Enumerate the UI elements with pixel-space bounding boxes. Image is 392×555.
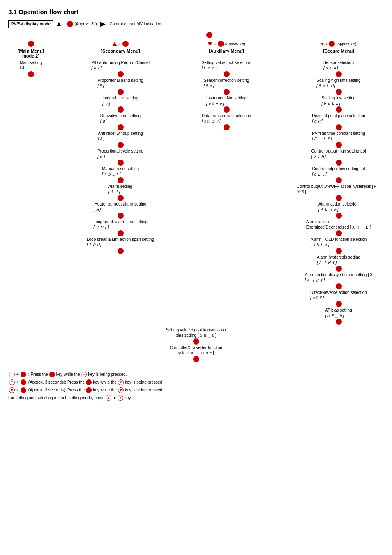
sec-item-11-label: Loop break alarm action span setting[ｌＰＨ… [85,237,155,247]
sec-menu-circle-6 [295,160,382,166]
aux-item-1-label: Setting value lock selection[Ｌｏｃ ] [201,60,253,71]
sec-item-10-label: Loop break alarm time setting[ ｌＰＦ] [92,219,149,230]
sec-menu-item-2: Scaling high limit setting[５ｃＬＨ] [315,78,362,88]
note2-circle [21,379,26,385]
secure-menu-header: [Secure Menu] [295,49,382,58]
sec-menu-item-5-label: PV filter time constant setting[Ｆ ＩＬＦ] [311,131,367,141]
note2-plus: + [16,379,19,386]
notes-section: ▲ + : Press the key while the ▲ key is b… [8,369,384,401]
sec-item-10: Loop break alarm time setting[ ｌＰＦ] [92,219,149,230]
auxiliary-combo: + (Approx. 3s) [208,41,245,47]
sec-menu-item-14-label: Direct/Reverse action selection[ｃｏ̄Ｆ] [309,290,368,301]
sec-item-9: Heater burnout alarm setting[Ｈ] [93,201,148,212]
rc-sec-menu-9 [336,213,342,219]
arrow-right-top: ▶ [100,19,106,28]
menu-headers-row: [Main Menu]mode 2] [Secondary Menu] [Aux… [8,49,384,58]
plus-secure: + [325,42,327,46]
page-title: 3.1 Operation flow chart [8,8,384,15]
sec-menu-circle-1 [295,71,382,77]
sec-menu-circle-3 [295,106,382,113]
sec-circle-2 [83,89,157,95]
note3-approx: (Approx. 3 seconds): Press the [28,387,85,393]
rc-aux-2 [224,89,230,95]
aux-circle-3 [189,106,263,113]
sec-menu-item-3: Scaling low setting[５ｃＬＬ] [321,95,357,106]
rc-sec-1 [118,71,124,77]
note1-plus: + [16,371,19,378]
note2-circle2 [86,379,92,385]
rc-sec-11 [118,248,124,254]
note-4: For setting and selecting in each settin… [8,395,384,401]
rc-sec-menu-6 [336,160,342,166]
bottom-item-1-label: Setting value digital transmissionbias s… [165,327,227,338]
sec-menu-item-2-label: Scaling high limit setting[５ｃＬＨ] [315,78,362,88]
note-2: ▼ + (Approx. 3 seconds): Press the key w… [8,379,384,386]
top-center-circle [35,32,384,38]
sec-item-1-label: PID auto-tuning Perform/Cancel[Ａｒ] [90,60,151,71]
sec-menu-circle-11 [295,248,382,254]
rc-sec-4 [118,124,124,130]
sec-item-6: Proportional cycle setting[ｃ ] [96,148,145,159]
menu-access-row: + + (Approx. 3s) ♥ + (Approx. 3s) [8,41,384,47]
columns-body: Main setting[ﾕ] PID auto-tuning Perform/… [8,60,384,325]
circle-icon-top [67,21,73,27]
aux-item-3: Instrument No. setting[ｃｏ̄ｎｏ] [205,95,248,106]
rc-sec-menu-4 [336,124,342,130]
rc-sec-menu-12 [336,266,342,272]
circle-main [28,41,34,47]
bottom-item-2-label: Controller/Converter functionselection [… [168,345,224,356]
sec-item-3-label: Integral time setting[ ｉ] [101,95,139,106]
sec-item-4-label: Derivative time setting[ｄ] [99,113,142,124]
note4-key: key. [125,395,132,401]
rc-sec-menu-15 [336,319,342,325]
sec-menu-item-13-label: Alarm action delayed timer setting [ 8[Ａ… [304,272,374,283]
triangle-down-icon [208,42,212,46]
note2-text: key while the [93,379,117,386]
sec-item-2-label: Proportional band setting[Ｐ] [96,78,144,88]
circle-main-1 [28,71,34,77]
main-item-1-label: Main setting[ﾕ] [18,60,43,71]
rc-aux-3 [224,106,230,113]
sec-circle-5 [83,142,157,148]
note3-text: key while the [93,387,117,393]
rc-sec-6 [118,160,124,166]
note-1: ▲ + : Press the key while the ▲ key is b… [8,371,384,378]
bottom-circle-1 [159,338,233,345]
sec-menu-item-1-label: Sensor selection[５ＥＡ] [322,60,355,71]
secure-combo: ♥ + (Approx. 3s) [321,41,357,47]
secondary-menu-header-text: [Secondary Menu] [101,49,140,53]
sec-circle-10 [83,230,157,236]
circle-top-center [206,32,212,38]
circle-auxiliary [218,41,224,47]
sec-item-5-label: Anti-reset windup setting[Ａ] [97,131,144,141]
rc-sec-2 [118,89,124,95]
sec-item-7: Manual reset setting[ｒ５ＥＦ] [101,166,140,177]
sec-menu-circle-12 [295,266,382,272]
note-3: ♥ + (Approx. 3 seconds): Press the key w… [8,387,384,393]
sec-circle-9 [83,213,157,219]
aux-item-3-label: Instrument No. setting[ｃｏ̄ｎｏ] [205,95,248,106]
col-secondary: PID auto-tuning Perform/Cancel[Ａｒ] Propo… [83,60,157,254]
rc-aux-1 [224,71,230,77]
rc-sec-3 [118,106,124,113]
sec-menu-circle-2 [295,89,382,95]
note3-text2: key is being pressed. [125,387,164,393]
approx-3s-aux: (Approx. 3s) [225,42,245,46]
sec-menu-item-7: Control output low setting Lot[ｏＬＬ] [311,166,367,177]
auxiliary-menu-header-text: [Auxiliary Menu] [209,49,244,53]
rc-sec-7 [118,177,124,183]
page: 3.1 Operation flow chart PV/SV display m… [8,8,384,401]
top-section: PV/SV display mode ▲ (Approx. 3s) ▶ Cont… [8,19,384,28]
plus-secondary: + [118,42,121,46]
up-arrow-left: ▲ [55,20,62,28]
sec-circle-4 [83,124,157,130]
bottom-col-1: Setting value digital transmissionbias s… [157,327,235,363]
sec-circle-8 [83,195,157,201]
sec-menu-circle-7 [295,177,382,183]
rc-sec-menu-13 [336,283,342,289]
rc-sec-menu-8 [336,195,342,201]
main-entry-1: Main setting[ﾕ] [18,60,43,71]
note3-circle [21,387,26,393]
circle-secondary [122,41,129,47]
sec-menu-item-6-label: Control output high setting Lol[ｏＬＨ] [310,148,367,159]
